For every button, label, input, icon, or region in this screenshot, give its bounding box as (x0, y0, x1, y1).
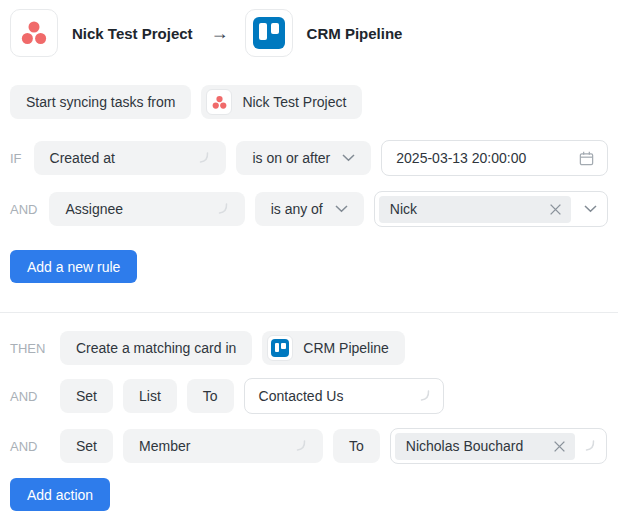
trigger-row: Start syncing tasks from Nick Test Proje… (10, 85, 608, 119)
add-rule-row: Add a new rule (10, 250, 608, 283)
member-multiselect[interactable]: Nicholas Bouchard (390, 428, 607, 464)
selected-member-tag: Nicholas Bouchard (395, 433, 575, 460)
action-type-select[interactable]: Create a matching card in (60, 331, 252, 365)
locked-field-icon (199, 152, 210, 164)
assignee-multiselect[interactable]: Nick (374, 191, 608, 227)
list-value: Contacted Us (259, 388, 344, 404)
set-keyword-label: Set (76, 438, 97, 454)
close-icon[interactable] (549, 203, 562, 216)
then-label: THEN (10, 341, 48, 356)
set-keyword: Set (60, 429, 113, 463)
sync-header: Nick Test Project → CRM Pipeline (10, 9, 608, 57)
field-select-value: Created at (50, 150, 115, 166)
section-divider (0, 312, 618, 313)
action-type-value: Create a matching card in (76, 340, 236, 356)
list-value-select[interactable]: Contacted Us (244, 378, 444, 414)
flow-builder: Nick Test Project → CRM Pipeline Start s… (0, 0, 618, 511)
asana-icon (211, 94, 228, 111)
asana-app-box (10, 9, 58, 57)
rule-row-created-at: IF Created at is on or after 2025-03-13 … (10, 140, 608, 176)
selected-assignee-tag: Nick (379, 196, 571, 223)
close-icon[interactable] (553, 440, 566, 453)
source-project-name: Nick Test Project (72, 25, 193, 42)
trello-app-box (245, 9, 293, 57)
trello-mini-box (267, 335, 293, 361)
trigger-project-name: Nick Test Project (242, 94, 346, 110)
to-keyword-label: To (349, 438, 364, 454)
action-row-set-list: AND Set List To Contacted Us (10, 378, 608, 414)
locked-field-icon (585, 440, 596, 452)
trigger-label: Start syncing tasks from (10, 85, 191, 119)
chevron-down-icon (335, 205, 348, 213)
if-label: IF (10, 151, 22, 166)
trello-icon (253, 17, 285, 49)
to-keyword: To (187, 379, 234, 413)
set-field-select-member[interactable]: Member (123, 429, 323, 463)
operator-select-date[interactable]: is on or after (236, 141, 371, 175)
trello-icon (271, 339, 289, 357)
date-value: 2025-03-13 20:00:00 (396, 150, 526, 166)
action-row-set-member: AND Set Member To Nicholas Bouchard (10, 428, 608, 464)
trigger-project-select[interactable]: Nick Test Project (201, 85, 362, 119)
add-rule-button[interactable]: Add a new rule (10, 250, 137, 283)
field-select-assignee[interactable]: Assignee (49, 192, 244, 226)
operator-select-value: is on or after (252, 150, 330, 166)
field-select-value: Assignee (65, 201, 123, 217)
set-keyword-label: Set (76, 388, 97, 404)
and-label: AND (10, 389, 48, 404)
locked-field-icon (218, 203, 229, 215)
to-keyword-label: To (203, 388, 218, 404)
operator-select-assignee[interactable]: is any of (255, 192, 364, 226)
set-field-select-list[interactable]: List (123, 379, 177, 413)
add-action-button[interactable]: Add action (10, 478, 110, 511)
asana-icon (19, 18, 49, 48)
set-field-value: List (139, 388, 161, 404)
arrow-right-icon: → (211, 23, 229, 44)
action-row-create-card: THEN Create a matching card in CRM Pipel… (10, 331, 608, 365)
locked-field-icon (296, 440, 307, 452)
date-input[interactable]: 2025-03-13 20:00:00 (381, 140, 608, 176)
calendar-icon[interactable] (578, 150, 595, 167)
add-action-row: Add action (10, 478, 608, 511)
and-label: AND (10, 202, 37, 217)
asana-mini-box (206, 89, 232, 115)
set-field-value: Member (139, 438, 190, 454)
set-keyword: Set (60, 379, 113, 413)
destination-board-name: CRM Pipeline (307, 25, 403, 42)
locked-field-icon (420, 390, 431, 402)
and-label: AND (10, 439, 48, 454)
field-select-created-at[interactable]: Created at (34, 141, 227, 175)
chevron-down-icon (342, 154, 355, 162)
target-board-name: CRM Pipeline (303, 340, 389, 356)
rule-row-assignee: AND Assignee is any of Nick (10, 191, 608, 227)
tag-label: Nick (390, 201, 417, 217)
to-keyword: To (333, 429, 380, 463)
chevron-down-icon[interactable] (584, 205, 597, 213)
tag-label: Nicholas Bouchard (406, 438, 524, 454)
operator-select-value: is any of (271, 201, 323, 217)
target-board-select[interactable]: CRM Pipeline (262, 331, 405, 365)
